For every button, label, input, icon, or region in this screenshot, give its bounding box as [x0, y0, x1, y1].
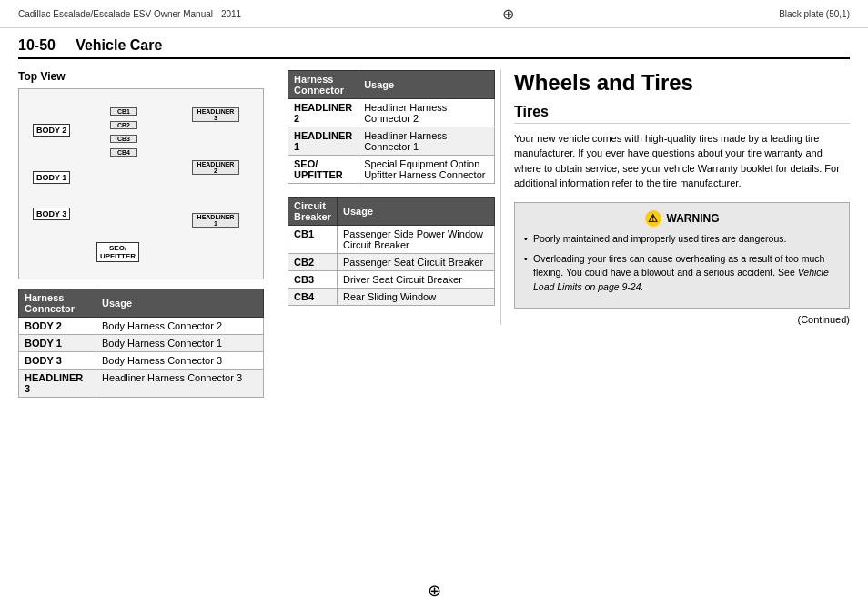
section-number: 10-50 [18, 37, 56, 53]
left-table-row2-usage: Body Harness Connector 1 [96, 335, 263, 352]
table-row: HEADLINER1 Headliner Harness Connector 1 [288, 127, 495, 156]
left-table: HarnessConnector Usage BODY 2 Body Harne… [18, 289, 264, 398]
middle-top-header-connector: HarnessConnector [288, 71, 358, 99]
connector-cb1: CB1 [110, 107, 137, 116]
left-table-row3-usage: Body Harness Connector 3 [96, 352, 263, 370]
middle-top-header-usage: Usage [358, 71, 495, 99]
table-row: BODY 2 Body Harness Connector 2 [19, 318, 264, 335]
middle-bottom-row3-usage: Driver Seat Circuit Breaker [337, 271, 494, 289]
middle-top-row3-usage: Special Equipment Option Upfitter Harnes… [358, 156, 495, 184]
middle-bottom-row4-breaker: CB4 [288, 289, 338, 306]
section-heading: Vehicle Care [76, 37, 162, 53]
diagram-box: BODY 2 BODY 1 BODY 3 SEO/UPFITTER CB1 CB… [18, 88, 264, 279]
table-row: HEADLINER2 Headliner Harness Connector 2 [288, 99, 495, 127]
warning-item-1: Poorly maintained and improperly used ti… [524, 232, 840, 247]
top-view-label: Top View [18, 70, 273, 83]
table-row: CB3 Driver Seat Circuit Breaker [288, 271, 495, 289]
body-label-body2: BODY 2 [33, 124, 70, 137]
connector-cb3: CB3 [110, 135, 137, 143]
header-center [502, 5, 519, 22]
table-row: CB2 Passenger Seat Circuit Breaker [288, 254, 495, 271]
header-right: Black plate (50,1) [779, 9, 850, 19]
connector-headliner1: HEADLINER1 [192, 213, 239, 228]
page-header: Cadillac Escalade/Escalade ESV Owner Man… [0, 0, 868, 28]
main-layout: Top View BODY 2 BODY 1 BODY 3 SEO/UPFITT… [18, 70, 850, 398]
left-table-header-usage: Usage [96, 289, 263, 318]
page-footer: ⊕ [428, 581, 441, 601]
middle-bottom-row2-breaker: CB2 [288, 254, 338, 271]
table-row: HEADLINER3 Headliner Harness Connector 3 [19, 370, 264, 398]
middle-top-row2-usage: Headliner Harness Connector 1 [358, 127, 495, 156]
warning-item-2: Overloading your tires can cause overhea… [524, 252, 840, 295]
table-row: SEO/UPFITTER Special Equipment Option Up… [288, 156, 495, 184]
connector-cb2: CB2 [110, 121, 137, 129]
left-table-row1-connector: BODY 2 [19, 318, 96, 335]
right-body-text: Your new vehicle comes with high-quality… [514, 131, 850, 191]
body-label-seo: SEO/UPFITTER [96, 242, 139, 262]
middle-bottom-row3-breaker: CB3 [288, 271, 338, 289]
middle-bottom-row1-breaker: CB1 [288, 226, 338, 254]
table-row: BODY 3 Body Harness Connector 3 [19, 352, 264, 370]
section-title: 10-50 Vehicle Care [18, 37, 850, 59]
middle-top-row1-usage: Headliner Harness Connector 2 [358, 99, 495, 127]
middle-bottom-row2-usage: Passenger Seat Circuit Breaker [337, 254, 494, 271]
right-subtitle: Tires [514, 104, 850, 124]
left-table-row1-usage: Body Harness Connector 2 [96, 318, 263, 335]
middle-bottom-header-usage: Usage [337, 198, 494, 226]
middle-bottom-row4-usage: Rear Sliding Window [337, 289, 494, 306]
left-table-row3-connector: BODY 3 [19, 352, 96, 370]
continued-text: (Continued) [514, 314, 850, 325]
body-label-body1: BODY 1 [33, 171, 70, 184]
middle-bottom-table: CircuitBreaker Usage CB1 Passenger Side … [288, 197, 495, 306]
middle-bottom-header-breaker: CircuitBreaker [288, 198, 338, 226]
footer-crosshair-icon: ⊕ [428, 582, 441, 600]
middle-bottom-row1-usage: Passenger Side Power Window Circuit Brea… [337, 226, 494, 254]
connector-headliner3: HEADLINER3 [192, 107, 239, 122]
warning-list: Poorly maintained and improperly used ti… [524, 232, 840, 295]
right-column: Wheels and Tires Tires Your new vehicle … [500, 70, 850, 325]
middle-top-row1-connector: HEADLINER2 [288, 99, 358, 127]
header-left: Cadillac Escalade/Escalade ESV Owner Man… [18, 9, 241, 19]
warning-box: ⚠ WARNING Poorly maintained and improper… [514, 202, 850, 309]
left-table-header-connector: HarnessConnector [19, 289, 96, 318]
warning-title: ⚠ WARNING [524, 210, 840, 227]
connector-cb4: CB4 [110, 148, 137, 157]
warning-icon: ⚠ [645, 210, 661, 227]
table-row: CB4 Rear Sliding Window [288, 289, 495, 306]
page-content: 10-50 Vehicle Care Top View BODY 2 BODY … [0, 28, 868, 407]
middle-top-row2-connector: HEADLINER1 [288, 127, 358, 156]
table-row: CB1 Passenger Side Power Window Circuit … [288, 226, 495, 254]
right-title: Wheels and Tires [514, 70, 850, 96]
left-column: Top View BODY 2 BODY 1 BODY 3 SEO/UPFITT… [18, 70, 282, 398]
body-label-body3: BODY 3 [33, 208, 70, 220]
middle-top-row3-connector: SEO/UPFITTER [288, 156, 358, 184]
connector-headliner2: HEADLINER2 [192, 160, 239, 175]
left-table-row4-connector: HEADLINER3 [19, 370, 96, 398]
table-row: BODY 1 Body Harness Connector 1 [19, 335, 264, 352]
crosshair-icon [502, 5, 519, 22]
left-table-row4-usage: Headliner Harness Connector 3 [96, 370, 263, 398]
left-table-row2-connector: BODY 1 [19, 335, 96, 352]
middle-column: HarnessConnector Usage HEADLINER2 Headli… [282, 70, 500, 311]
middle-top-table: HarnessConnector Usage HEADLINER2 Headli… [288, 70, 495, 184]
warning-label: WARNING [667, 212, 720, 225]
